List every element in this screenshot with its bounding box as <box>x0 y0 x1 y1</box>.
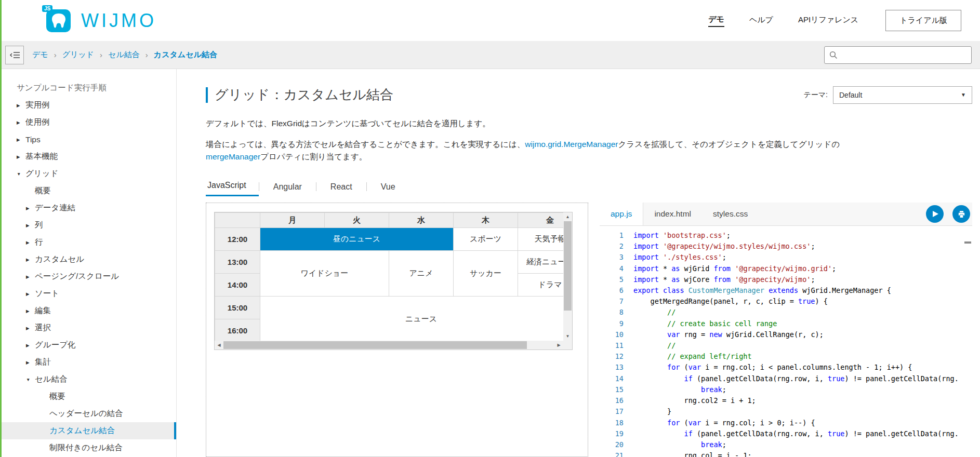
breadcrumb-item[interactable]: グリッド <box>62 50 94 60</box>
sidebar-item[interactable]: ▶Tips <box>0 131 176 148</box>
grid-column-header: 火 <box>325 213 389 228</box>
grid-cell[interactable]: ドラマ <box>518 274 564 297</box>
theme-select[interactable]: Default ▼ <box>833 86 972 104</box>
breadcrumb-item[interactable]: デモ <box>32 50 48 60</box>
sidebar-item[interactable]: ▼グリッド <box>0 165 176 182</box>
sidebar-toggle-button[interactable] <box>5 46 24 64</box>
sidebar-item[interactable]: ▶カスタムセル <box>0 251 176 268</box>
nav-item[interactable]: デモ <box>708 15 724 27</box>
sidebar-item-label: カスタムセル <box>35 254 84 265</box>
editor-scrollbar-thumb[interactable] <box>964 241 971 244</box>
title-accent-bar <box>206 87 208 103</box>
sidebar-item[interactable]: ▶ソート <box>0 285 176 302</box>
sidebar-item[interactable]: ▶データ連結 <box>0 199 176 217</box>
sidebar-item[interactable]: ▼セル結合 <box>0 371 176 388</box>
lang-tab-javascript[interactable]: JavaScript <box>206 181 259 196</box>
title-row: グリッド：カスタムセル結合 テーマ: Default ▼ <box>206 86 972 104</box>
grid-cell[interactable]: サッカー <box>454 251 518 297</box>
vertical-scroll-thumb[interactable] <box>564 221 572 311</box>
sidebar-item[interactable]: ▶行 <box>0 234 176 251</box>
line-number: 10 <box>600 329 624 340</box>
text-run: 場合によっては、異なる方法でセルを結合することができます。これを実現するには、 <box>206 140 525 149</box>
grid-horizontal-scrollbar[interactable]: ◀ ▶ <box>215 341 563 350</box>
sidebar-item-label: 集計 <box>35 357 51 368</box>
lang-tab-react[interactable]: React <box>316 182 366 196</box>
line-number: 20 <box>600 439 624 450</box>
code-tab-styles-css[interactable]: styles.css <box>702 203 759 225</box>
lang-tab-angular[interactable]: Angular <box>259 182 316 196</box>
code-line: import 'bootstrap.css'; <box>633 230 972 241</box>
scroll-right-icon[interactable]: ▶ <box>554 341 563 350</box>
sidebar-item[interactable]: ▶集計 <box>0 354 176 371</box>
run-button[interactable] <box>926 205 944 223</box>
code-editor[interactable]: 123456789101112131415161718192021 import… <box>600 226 972 457</box>
grid-row-header: 16:00 <box>215 319 260 341</box>
sidebar-item[interactable]: 概要 <box>0 388 176 405</box>
nav-item[interactable]: ヘルプ <box>749 15 773 26</box>
sidebar-item[interactable]: サンプルコード実行手順 <box>0 79 176 97</box>
nav-item[interactable]: APIリファレンス <box>798 15 858 26</box>
grid-row-header: 12:00 <box>215 228 260 251</box>
code-line: rng.col = i - 1; <box>633 450 972 457</box>
breadcrumb-item[interactable]: カスタムセル結合 <box>154 50 217 60</box>
grid-vertical-scrollbar[interactable]: ▲ ▼ <box>563 212 572 341</box>
grid-column-header: 金 <box>518 213 564 228</box>
grid-cell[interactable]: ワイドショー <box>260 251 389 297</box>
search-input[interactable] <box>841 51 966 59</box>
wijmo-logo-text: WIJMO <box>81 10 156 32</box>
trial-button[interactable]: トライアル版 <box>885 10 961 31</box>
scrollbar-corner <box>563 341 572 350</box>
line-number: 14 <box>600 373 624 384</box>
chevron-right-icon: ▶ <box>26 326 35 331</box>
scroll-left-icon[interactable]: ◀ <box>215 341 223 350</box>
menu-icon <box>9 51 20 59</box>
wijmo-logo[interactable]: JS WIJMO <box>46 8 156 34</box>
scroll-down-icon[interactable]: ▼ <box>563 332 572 341</box>
scroll-up-icon[interactable]: ▲ <box>563 212 572 221</box>
search-icon <box>829 51 838 59</box>
code-tab-index-html[interactable]: index.html <box>643 203 702 225</box>
code-line: // <box>633 307 972 318</box>
sidebar-item[interactable]: ▶列 <box>0 217 176 234</box>
sidebar-item[interactable]: ▶グループ化 <box>0 337 176 354</box>
code-tab-app-js[interactable]: app.js <box>600 203 643 225</box>
export-button[interactable] <box>952 205 970 223</box>
line-number: 6 <box>600 285 624 296</box>
sidebar-item[interactable]: 制限付きのセル結合 <box>0 439 176 456</box>
sidebar-item[interactable]: ▶編集 <box>0 302 176 319</box>
chevron-right-icon: ▶ <box>17 154 25 159</box>
sidebar-item-label: サンプルコード実行手順 <box>17 83 107 93</box>
flexgrid-demo[interactable]: 月火水木金12:00昼のニューススポーツ天気予報13:00ワイドショーアニメサッ… <box>214 212 573 350</box>
sidebar-item-label: ソート <box>35 288 59 299</box>
sidebar-item[interactable]: カスタムセル結合 <box>0 422 176 439</box>
sidebar-item[interactable]: ヘッダーセルの結合 <box>0 405 176 422</box>
horizontal-scroll-thumb[interactable] <box>223 341 527 349</box>
line-number: 17 <box>600 406 624 417</box>
sidebar-item[interactable]: 概要 <box>0 182 176 199</box>
line-number: 15 <box>600 384 624 395</box>
chevron-down-icon: ▼ <box>26 377 35 382</box>
grid-cell[interactable]: 経済ニュース <box>518 251 564 274</box>
lang-tab-vue[interactable]: Vue <box>367 182 409 196</box>
grid-cell[interactable]: 昼のニュース <box>260 228 454 251</box>
sidebar-item[interactable]: ▶ページング/スクロール <box>0 268 176 285</box>
grid-column-header: 月 <box>260 213 325 228</box>
grid-cell[interactable]: スポーツ <box>454 228 518 251</box>
code-gutter: 123456789101112131415161718192021 <box>600 230 624 457</box>
main-content: グリッド：カスタムセル結合 テーマ: Default ▼ デフォルトでは、Fle… <box>177 69 980 457</box>
chevron-down-icon: ▼ <box>17 171 25 177</box>
grid-cell[interactable]: 天気予報 <box>518 228 564 251</box>
sidebar-item[interactable]: ▶使用例 <box>0 114 176 131</box>
line-number: 21 <box>600 450 624 457</box>
sidebar-item[interactable]: ▶基本機能 <box>0 148 176 165</box>
inline-link[interactable]: wijmo.grid.MergeManager <box>525 140 618 149</box>
chevron-right-icon: ▶ <box>17 120 25 125</box>
inline-link[interactable]: mergeManager <box>206 152 260 161</box>
grid-cell[interactable]: ニュース <box>260 297 564 341</box>
page-body: サンプルコード実行手順▶実用例▶使用例▶Tips▶基本機能▼グリッド概要▶データ… <box>0 69 980 457</box>
breadcrumb-item[interactable]: セル結合 <box>108 50 140 60</box>
grid-cell[interactable]: アニメ <box>389 251 454 297</box>
sidebar-item-label: データ連結 <box>35 203 75 213</box>
sidebar-item[interactable]: ▶実用例 <box>0 97 176 114</box>
sidebar-item[interactable]: ▶選択 <box>0 319 176 337</box>
